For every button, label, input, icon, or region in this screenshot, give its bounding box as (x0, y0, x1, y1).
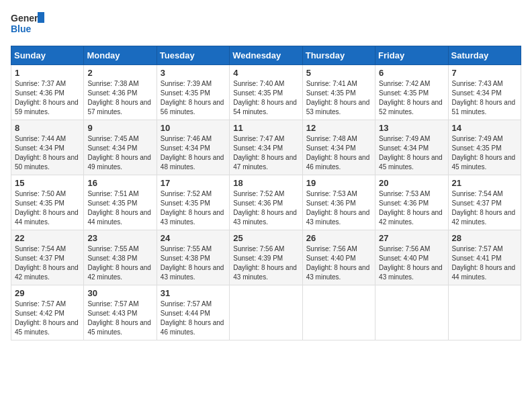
day-number: 1 (15, 68, 80, 78)
calendar-cell: 13Sunrise: 7:49 AMSunset: 4:34 PMDayligh… (375, 120, 448, 175)
day-info: Sunrise: 7:55 AMSunset: 4:38 PMDaylight:… (87, 244, 152, 282)
day-number: 16 (87, 178, 152, 188)
day-number: 9 (87, 123, 152, 133)
day-number: 18 (233, 178, 298, 188)
calendar-cell: 7Sunrise: 7:43 AMSunset: 4:34 PMDaylight… (448, 65, 521, 120)
calendar-cell: 19Sunrise: 7:53 AMSunset: 4:36 PMDayligh… (302, 175, 375, 230)
day-number: 12 (306, 123, 371, 133)
day-number: 23 (87, 233, 152, 243)
calendar-cell (230, 285, 302, 340)
calendar-header-row: SundayMondayTuesdayWednesdayThursdayFrid… (11, 46, 521, 65)
calendar-cell: 14Sunrise: 7:49 AMSunset: 4:35 PMDayligh… (448, 120, 521, 175)
logo-svg: General Blue (11, 11, 44, 39)
day-header-thursday: Thursday (302, 46, 375, 65)
day-info: Sunrise: 7:49 AMSunset: 4:35 PMDaylight:… (452, 134, 517, 172)
day-header-friday: Friday (375, 46, 448, 65)
day-info: Sunrise: 7:54 AMSunset: 4:37 PMDaylight:… (452, 189, 517, 227)
day-number: 25 (233, 233, 298, 243)
calendar-cell: 28Sunrise: 7:57 AMSunset: 4:41 PMDayligh… (448, 230, 521, 285)
calendar-week-row: 22Sunrise: 7:54 AMSunset: 4:37 PMDayligh… (11, 230, 521, 285)
day-header-wednesday: Wednesday (230, 46, 302, 65)
day-info: Sunrise: 7:55 AMSunset: 4:38 PMDaylight:… (161, 244, 226, 282)
day-number: 21 (452, 178, 517, 188)
calendar-cell (302, 285, 375, 340)
day-header-monday: Monday (84, 46, 157, 65)
day-number: 30 (87, 288, 152, 298)
calendar-cell: 27Sunrise: 7:56 AMSunset: 4:40 PMDayligh… (375, 230, 448, 285)
day-number: 29 (15, 288, 80, 298)
day-number: 13 (379, 123, 444, 133)
day-number: 4 (233, 68, 298, 78)
calendar-cell: 25Sunrise: 7:56 AMSunset: 4:39 PMDayligh… (230, 230, 302, 285)
day-number: 2 (87, 68, 152, 78)
calendar-week-row: 8Sunrise: 7:44 AMSunset: 4:34 PMDaylight… (11, 120, 521, 175)
svg-marker-2 (38, 12, 44, 23)
calendar-cell: 24Sunrise: 7:55 AMSunset: 4:38 PMDayligh… (157, 230, 229, 285)
calendar-cell: 30Sunrise: 7:57 AMSunset: 4:43 PMDayligh… (84, 285, 157, 340)
calendar-cell: 10Sunrise: 7:46 AMSunset: 4:34 PMDayligh… (157, 120, 229, 175)
day-header-tuesday: Tuesday (157, 46, 229, 65)
calendar-cell: 4Sunrise: 7:40 AMSunset: 4:35 PMDaylight… (230, 65, 302, 120)
day-info: Sunrise: 7:56 AMSunset: 4:40 PMDaylight:… (306, 244, 371, 282)
day-header-saturday: Saturday (448, 46, 521, 65)
day-number: 5 (306, 68, 371, 78)
calendar-cell: 21Sunrise: 7:54 AMSunset: 4:37 PMDayligh… (448, 175, 521, 230)
day-info: Sunrise: 7:50 AMSunset: 4:35 PMDaylight:… (15, 189, 80, 227)
day-number: 28 (452, 233, 517, 243)
day-header-sunday: Sunday (11, 46, 84, 65)
day-number: 6 (379, 68, 444, 78)
calendar-cell: 20Sunrise: 7:53 AMSunset: 4:36 PMDayligh… (375, 175, 448, 230)
day-info: Sunrise: 7:57 AMSunset: 4:42 PMDaylight:… (15, 300, 80, 337)
day-number: 7 (452, 68, 517, 78)
day-info: Sunrise: 7:53 AMSunset: 4:36 PMDaylight:… (379, 189, 444, 227)
page-header: General Blue (11, 11, 521, 39)
day-info: Sunrise: 7:51 AMSunset: 4:35 PMDaylight:… (87, 189, 152, 227)
calendar-cell: 23Sunrise: 7:55 AMSunset: 4:38 PMDayligh… (84, 230, 157, 285)
calendar-week-row: 29Sunrise: 7:57 AMSunset: 4:42 PMDayligh… (11, 285, 521, 340)
calendar-cell: 16Sunrise: 7:51 AMSunset: 4:35 PMDayligh… (84, 175, 157, 230)
calendar-week-row: 15Sunrise: 7:50 AMSunset: 4:35 PMDayligh… (11, 175, 521, 230)
calendar-week-row: 1Sunrise: 7:37 AMSunset: 4:36 PMDaylight… (11, 65, 521, 120)
day-info: Sunrise: 7:54 AMSunset: 4:37 PMDaylight:… (15, 244, 80, 282)
day-info: Sunrise: 7:39 AMSunset: 4:35 PMDaylight:… (161, 79, 226, 117)
day-info: Sunrise: 7:42 AMSunset: 4:35 PMDaylight:… (379, 79, 444, 117)
calendar-cell: 9Sunrise: 7:45 AMSunset: 4:34 PMDaylight… (84, 120, 157, 175)
day-info: Sunrise: 7:48 AMSunset: 4:34 PMDaylight:… (306, 134, 371, 172)
day-info: Sunrise: 7:56 AMSunset: 4:39 PMDaylight:… (233, 244, 298, 282)
day-number: 8 (15, 123, 80, 133)
calendar-table: SundayMondayTuesdayWednesdayThursdayFrid… (11, 46, 521, 340)
day-info: Sunrise: 7:57 AMSunset: 4:41 PMDaylight:… (452, 244, 517, 282)
day-info: Sunrise: 7:43 AMSunset: 4:34 PMDaylight:… (452, 79, 517, 117)
calendar-cell: 8Sunrise: 7:44 AMSunset: 4:34 PMDaylight… (11, 120, 84, 175)
calendar-cell: 15Sunrise: 7:50 AMSunset: 4:35 PMDayligh… (11, 175, 84, 230)
calendar-cell: 26Sunrise: 7:56 AMSunset: 4:40 PMDayligh… (302, 230, 375, 285)
day-number: 14 (452, 123, 517, 133)
day-number: 26 (306, 233, 371, 243)
day-info: Sunrise: 7:45 AMSunset: 4:34 PMDaylight:… (87, 134, 152, 172)
day-number: 3 (161, 68, 226, 78)
day-number: 22 (15, 233, 80, 243)
calendar-cell: 1Sunrise: 7:37 AMSunset: 4:36 PMDaylight… (11, 65, 84, 120)
calendar-cell: 11Sunrise: 7:47 AMSunset: 4:34 PMDayligh… (230, 120, 302, 175)
day-info: Sunrise: 7:38 AMSunset: 4:36 PMDaylight:… (87, 79, 152, 117)
calendar-cell: 22Sunrise: 7:54 AMSunset: 4:37 PMDayligh… (11, 230, 84, 285)
day-info: Sunrise: 7:44 AMSunset: 4:34 PMDaylight:… (15, 134, 80, 172)
day-number: 31 (161, 288, 226, 298)
calendar-cell: 6Sunrise: 7:42 AMSunset: 4:35 PMDaylight… (375, 65, 448, 120)
calendar-cell: 17Sunrise: 7:52 AMSunset: 4:35 PMDayligh… (157, 175, 229, 230)
calendar-cell: 12Sunrise: 7:48 AMSunset: 4:34 PMDayligh… (302, 120, 375, 175)
day-info: Sunrise: 7:57 AMSunset: 4:43 PMDaylight:… (87, 300, 152, 337)
day-info: Sunrise: 7:41 AMSunset: 4:35 PMDaylight:… (306, 79, 371, 117)
calendar-cell: 18Sunrise: 7:52 AMSunset: 4:36 PMDayligh… (230, 175, 302, 230)
day-info: Sunrise: 7:53 AMSunset: 4:36 PMDaylight:… (306, 189, 371, 227)
calendar-cell: 29Sunrise: 7:57 AMSunset: 4:42 PMDayligh… (11, 285, 84, 340)
day-number: 17 (161, 178, 226, 188)
day-number: 19 (306, 178, 371, 188)
day-number: 27 (379, 233, 444, 243)
day-info: Sunrise: 7:47 AMSunset: 4:34 PMDaylight:… (233, 134, 298, 172)
day-info: Sunrise: 7:57 AMSunset: 4:44 PMDaylight:… (161, 300, 226, 337)
day-info: Sunrise: 7:56 AMSunset: 4:40 PMDaylight:… (379, 244, 444, 282)
day-number: 24 (161, 233, 226, 243)
calendar-cell: 5Sunrise: 7:41 AMSunset: 4:35 PMDaylight… (302, 65, 375, 120)
day-number: 20 (379, 178, 444, 188)
